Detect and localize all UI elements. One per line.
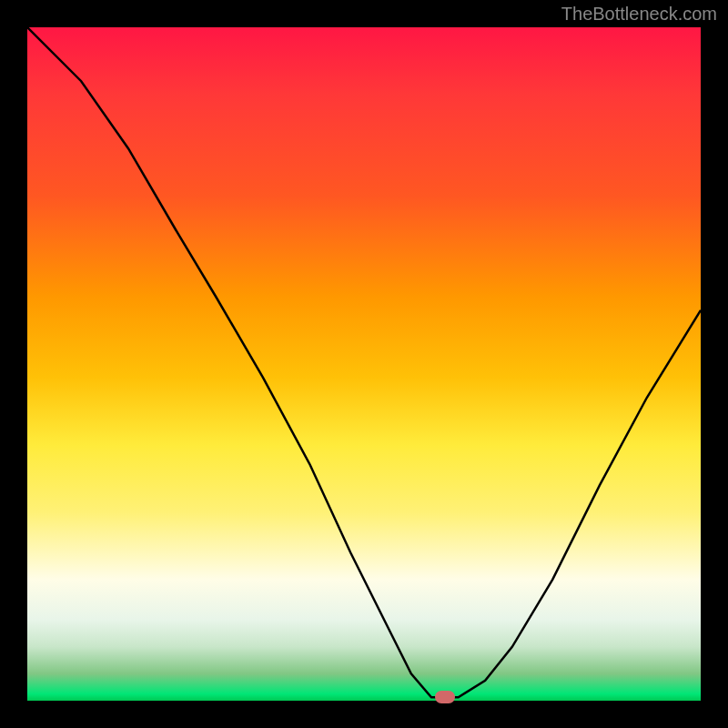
attribution-text: TheBottleneck.com bbox=[561, 4, 717, 25]
chart-plot-area bbox=[27, 27, 701, 701]
curve-line bbox=[27, 27, 701, 701]
optimal-point-marker bbox=[435, 691, 455, 703]
